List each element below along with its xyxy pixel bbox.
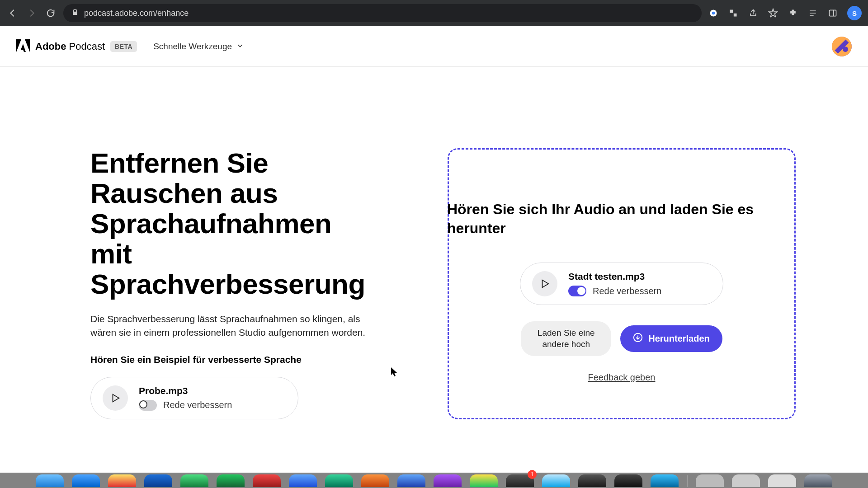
dock-excel-icon[interactable]	[325, 474, 353, 487]
extensions-icon[interactable]	[788, 8, 798, 19]
upload-another-button[interactable]: Laden Sie eine andere hoch	[521, 321, 611, 356]
dock-icon[interactable]	[542, 474, 570, 487]
uploaded-filename: Stadt testen.mp3	[568, 271, 661, 282]
page-description: Die Sprachverbesserung lässt Sprachaufna…	[90, 312, 371, 340]
enhance-toggle-sample[interactable]	[139, 400, 157, 411]
reload-button[interactable]	[44, 7, 57, 19]
forward-button[interactable]	[25, 7, 38, 19]
dock-word-icon[interactable]	[397, 474, 425, 487]
sample-audio-card: Probe.mp3 Rede verbessern	[90, 377, 298, 419]
lock-icon	[71, 9, 79, 18]
translate-icon[interactable]	[728, 8, 739, 19]
dock-icon[interactable]	[614, 474, 642, 487]
dock-whatsapp-icon[interactable]	[180, 474, 208, 487]
sample-heading: Hören Sie ein Beispiel für verbesserte S…	[90, 354, 380, 365]
action-row: Laden Sie eine andere hoch Herunterladen	[521, 321, 722, 356]
dock-preview-icon[interactable]	[696, 474, 724, 487]
adobe-logo-icon	[16, 39, 30, 54]
main-content: Entfernen Sie Rauschen aus Sprachaufnahm…	[0, 67, 868, 419]
feedback-link[interactable]: Feedback geben	[588, 372, 655, 383]
drop-title: Hören Sie sich Ihr Audio an und laden Si…	[447, 200, 755, 238]
chevron-down-icon	[236, 42, 244, 52]
sample-filename: Probe.mp3	[139, 385, 232, 396]
svg-point-1	[712, 12, 715, 15]
play-button[interactable]	[103, 385, 128, 411]
dock-preview-icon[interactable]	[768, 474, 796, 487]
sidepanel-icon[interactable]	[827, 8, 838, 19]
user-avatar[interactable]	[832, 37, 852, 56]
chrome-toolbar-icons: S	[708, 6, 862, 20]
enhance-toggle-uploaded[interactable]	[568, 286, 586, 296]
download-button[interactable]: Herunterladen	[620, 325, 722, 352]
svg-point-4	[843, 47, 848, 52]
dock-icon[interactable]	[578, 474, 606, 487]
address-bar[interactable]: podcast.adobe.com/enhance	[63, 4, 702, 22]
drop-zone[interactable]: Hören Sie sich Ihr Audio an und laden Si…	[448, 148, 796, 419]
dock-icon[interactable]	[434, 474, 462, 487]
dock-preview-icon[interactable]	[732, 474, 760, 487]
reading-list-icon[interactable]	[807, 8, 818, 19]
enhance-toggle-label: Rede verbessern	[163, 400, 232, 410]
dock-icon[interactable]	[651, 474, 679, 487]
download-icon	[633, 333, 643, 345]
dock-icon[interactable]	[289, 474, 317, 487]
dock-settings-icon[interactable]	[506, 474, 534, 487]
macos-dock	[0, 473, 868, 488]
profile-avatar[interactable]: S	[847, 6, 862, 20]
brand[interactable]: Adobe Podcast BETA	[16, 39, 137, 54]
page-title: Entfernen Sie Rauschen aus Sprachaufnahm…	[90, 148, 380, 300]
url-text: podcast.adobe.com/enhance	[84, 9, 189, 18]
dock-safari-icon[interactable]	[72, 474, 100, 487]
hero-left: Entfernen Sie Rauschen aus Sprachaufnahm…	[90, 148, 380, 419]
browser-chrome: podcast.adobe.com/enhance S	[0, 0, 868, 26]
back-button[interactable]	[6, 7, 19, 19]
dock-chrome-icon[interactable]	[108, 474, 136, 487]
play-button[interactable]	[532, 271, 557, 296]
dock-powerpoint-icon[interactable]	[361, 474, 389, 487]
quick-tools-menu[interactable]: Schnelle Werkzeuge	[153, 42, 244, 52]
dock-trash-icon[interactable]	[804, 474, 832, 487]
dock-icon[interactable]	[144, 474, 172, 487]
dock-icon[interactable]	[253, 474, 281, 487]
site-header: Adobe Podcast BETA Schnelle Werkzeuge	[0, 26, 868, 67]
dock-drive-icon[interactable]	[470, 474, 498, 487]
dock-spotify-icon[interactable]	[217, 474, 245, 487]
google-icon[interactable]	[708, 8, 719, 19]
brand-name: Adobe Podcast	[35, 41, 105, 52]
beta-badge: BETA	[110, 41, 137, 52]
enhance-toggle-label: Rede verbessern	[593, 286, 661, 296]
mouse-cursor-icon	[391, 367, 398, 380]
svg-rect-2	[830, 10, 836, 16]
uploaded-audio-card: Stadt testen.mp3 Rede verbessern	[520, 263, 723, 305]
dock-separator	[687, 475, 688, 487]
dock-finder-icon[interactable]	[36, 474, 64, 487]
bookmark-icon[interactable]	[768, 8, 778, 19]
share-icon[interactable]	[748, 8, 759, 19]
